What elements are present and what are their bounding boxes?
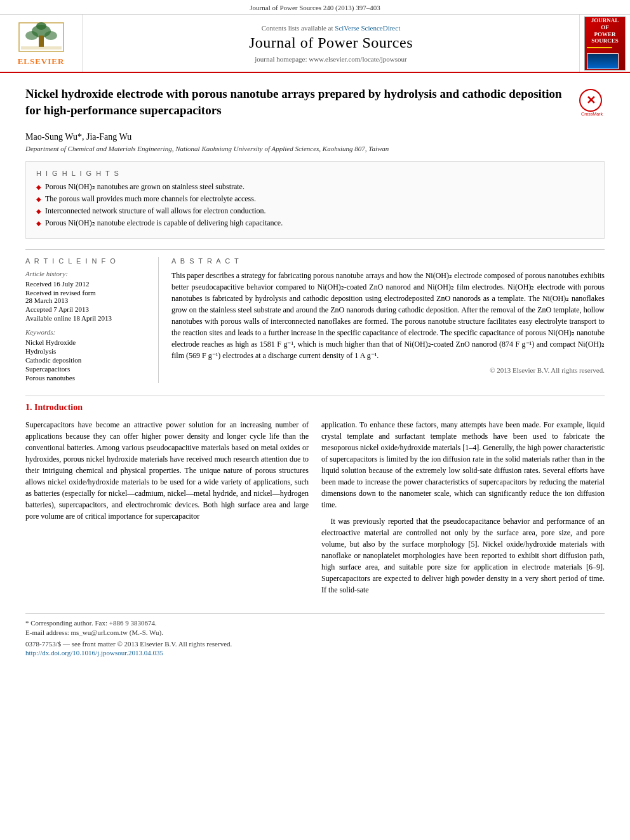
highlight-text-1: Porous Ni(OH)₂ nanotubes are grown on st… [45,182,245,192]
homepage-text: journal homepage: www.elsevier.com/locat… [255,55,406,63]
intro-p1: Supercapacitors have become an attractiv… [25,419,309,522]
keyword-3: Cathodic deposition [25,356,149,364]
copyright-line: © 2013 Elsevier B.V. All rights reserved… [171,366,605,374]
bullet-2: ◆ [36,196,41,203]
svg-point-3 [44,31,57,40]
bullet-1: ◆ [36,183,41,190]
article-info-label: A R T I C L E I N F O [25,257,149,265]
doi-link[interactable]: http://dx.doi.org/10.1016/j.jpowsour.201… [25,649,163,657]
accepted-date: Accepted 7 April 2013 [25,305,149,313]
bullet-3: ◆ [36,208,41,215]
journal-cover-thumbnail: JOURNAL OF POWER SOURCES [584,17,626,70]
svg-rect-4 [39,36,44,47]
crossmark-label: CrossMark [579,112,605,116]
citation-text: Journal of Power Sources 240 (2013) 397–… [250,4,380,11]
elsevier-logo: ELSEVIER [16,20,67,67]
abstract-text: This paper describes a strategy for fabr… [171,270,605,361]
doi-line: http://dx.doi.org/10.1016/j.jpowsour.201… [25,649,605,657]
sciverse-line: Contents lists available at SciVerse Sci… [262,24,400,32]
article-title: Nickel hydroxide electrode with porous n… [25,86,570,118]
elsevier-logo-image [16,20,67,55]
highlights-section: H I G H L I G H T S ◆ Porous Ni(OH)₂ nan… [25,161,605,239]
highlight-text-2: The porous wall provides much more chann… [45,194,256,204]
elsevier-logo-section: ELSEVIER [0,15,83,72]
svg-point-2 [25,31,38,40]
crossmark-icon: ✕ [579,89,602,112]
article-title-section: Nickel hydroxide electrode with porous n… [25,86,605,124]
introduction-body: Supercapacitors have become an attractiv… [25,419,605,601]
authors-text: Mao-Sung Wu*, Jia-Fang Wu [25,132,131,142]
intro-col-left: Supercapacitors have become an attractiv… [25,419,309,601]
keyword-1: Nickel Hydroxide [25,338,149,346]
journal-thumbnail-section: JOURNAL OF POWER SOURCES [579,15,630,72]
abstract-column: A B S T R A C T This paper describes a s… [171,257,605,383]
elsevier-wordmark: ELSEVIER [18,57,65,67]
main-content: Nickel hydroxide electrode with porous n… [0,73,630,669]
highlight-text-3: Interconnected network structure of wall… [45,206,266,216]
keyword-2: Hydrolysis [25,347,149,355]
journal-header: ELSEVIER Contents lists available at Sci… [0,15,630,73]
issn-line: 0378-7753/$ — see front matter © 2013 El… [25,640,605,648]
keywords-label: Keywords: [25,328,149,336]
sciverse-link[interactable]: SciVerse ScienceDirect [335,24,400,32]
footer-bottom: 0378-7753/$ — see front matter © 2013 El… [25,640,605,657]
received-date: Received 16 July 2012 [25,280,149,288]
citation-bar: Journal of Power Sources 240 (2013) 397–… [0,0,630,15]
crossmark-badge: ✕ CrossMark [579,89,605,114]
intro-p3: It was previously reported that the pseu… [321,516,605,596]
article-info-column: A R T I C L E I N F O Article history: R… [25,257,159,383]
highlights-label: H I G H L I G H T S [36,170,594,177]
available-date: Available online 18 April 2013 [25,314,149,322]
intro-col-right: application. To enhance these factors, m… [321,419,605,601]
history-label: Article history: [25,270,149,277]
highlight-text-4: Porous Ni(OH)₂ nanotube electrode is cap… [45,218,283,228]
highlight-item-1: ◆ Porous Ni(OH)₂ nanotubes are grown on … [36,182,594,192]
svg-rect-6 [21,46,62,50]
sciverse-prefix: Contents lists available at [262,24,335,32]
corresponding-note: * Corresponding author. Fax: +886 9 3830… [25,619,605,627]
affiliation-line: Department of Chemical and Materials Eng… [25,145,605,152]
abstract-label: A B S T R A C T [171,257,605,265]
bullet-4: ◆ [36,220,41,227]
footer-section: * Corresponding author. Fax: +886 9 3830… [25,613,605,657]
journal-homepage: journal homepage: www.elsevier.com/locat… [255,55,406,63]
svg-point-5 [36,22,46,30]
email-note: E-mail address: ms_wu@url.com.tw (M.-S. … [25,629,605,636]
keyword-5: Porous nanotubes [25,374,149,382]
keyword-4: Supercapacitors [25,365,149,373]
journal-title: Journal of Power Sources [249,34,413,51]
highlight-item-2: ◆ The porous wall provides much more cha… [36,194,594,204]
section-divider-1 [25,396,605,396]
intro-p2: application. To enhance these factors, m… [321,419,605,510]
highlight-item-4: ◆ Porous Ni(OH)₂ nanotube electrode is c… [36,218,594,228]
revised-date: Received in revised form28 March 2013 [25,289,149,304]
article-info-abstract-section: A R T I C L E I N F O Article history: R… [25,249,605,383]
introduction-heading: 1. Introduction [25,403,605,413]
highlight-item-3: ◆ Interconnected network structure of wa… [36,206,594,216]
authors-line: Mao-Sung Wu*, Jia-Fang Wu [25,132,605,142]
journal-info-center: Contents lists available at SciVerse Sci… [83,15,579,72]
